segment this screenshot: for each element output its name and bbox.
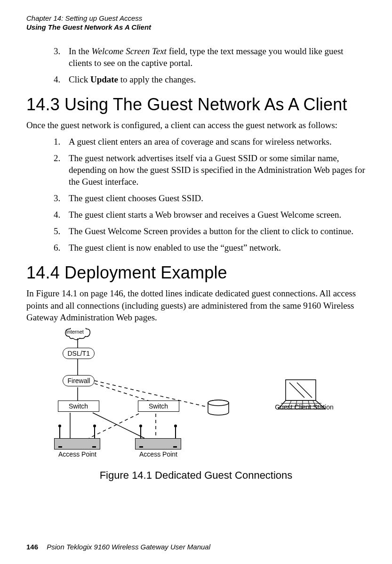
list-item: 5. The Guest Welcome Screen provides a b…	[54, 225, 366, 237]
svg-line-5	[95, 384, 154, 402]
section-heading-14-3: 14.3 Using The Guest Network As A Client	[26, 95, 366, 114]
manual-title: Psion Teklogix 9160 Wireless Gateway Use…	[47, 543, 210, 551]
step-text: The guest network advertises itself via …	[69, 152, 366, 188]
step-number: 3.	[54, 45, 69, 69]
list-item: 3. The guest client chooses Guest SSID.	[54, 192, 366, 204]
diagram-dsl-box: DSL/T1	[63, 348, 95, 359]
page-number: 146	[26, 543, 38, 551]
guest-steps-list: 1. A guest client enters an area of cove…	[54, 136, 366, 254]
top-steps-list: 3. In the Welcome Screen Text field, typ…	[54, 45, 366, 85]
diagram-firewall-box: Firewall	[63, 375, 95, 386]
diagram-guest-label: Guest Client Station	[267, 403, 342, 411]
list-item: 6. The guest client is now enabled to us…	[54, 242, 366, 253]
step-number: 4.	[54, 74, 69, 85]
deployment-diagram: Internet DSL/T1 Firewall Switch Switch A…	[46, 328, 347, 465]
list-item: 4. Click Update to apply the changes.	[54, 74, 366, 85]
step-number: 1.	[54, 136, 69, 147]
access-point-icon	[135, 438, 181, 450]
step-text: The guest client chooses Guest SSID.	[69, 192, 366, 204]
diagram-switch-box: Switch	[138, 401, 179, 412]
step-number: 3.	[54, 192, 69, 204]
section-heading-14-4: 14.4 Deployment Example	[26, 263, 366, 283]
svg-point-10	[208, 400, 229, 406]
running-header: Chapter 14: Setting up Guest Access Usin…	[26, 14, 366, 32]
header-chapter: Chapter 14: Setting up Guest Access	[26, 14, 366, 23]
step-text: Click Update to apply the changes.	[69, 74, 366, 85]
step-number: 6.	[54, 242, 69, 253]
access-point-icon	[54, 438, 100, 450]
step-text: The guest client starts a Web browser an…	[69, 209, 366, 221]
diagram-internet-label: Internet	[66, 329, 84, 335]
svg-line-8	[89, 414, 139, 438]
step-text: A guest client enters an area of coverag…	[69, 136, 366, 147]
step-text: The guest client is now enabled to use t…	[69, 242, 366, 253]
step-number: 5.	[54, 225, 69, 237]
list-item: 1. A guest client enters an area of cove…	[54, 136, 366, 147]
step-number: 4.	[54, 209, 69, 221]
section-para: In Figure 14.1 on page 146, the dotted l…	[26, 287, 366, 323]
page-footer: 146 Psion Teklogix 9160 Wireless Gateway…	[26, 543, 210, 551]
list-item: 3. In the Welcome Screen Text field, typ…	[54, 45, 366, 69]
section-intro: Once the guest network is configured, a …	[26, 119, 366, 131]
step-text: In the Welcome Screen Text field, type t…	[69, 45, 366, 69]
svg-line-4	[93, 413, 144, 438]
diagram-ap-label: Access Point	[54, 450, 101, 458]
diagram-ap-label: Access Point	[135, 450, 182, 458]
figure-caption: Figure 14.1 Dedicated Guest Connections	[26, 469, 366, 482]
step-number: 2.	[54, 152, 69, 188]
diagram-switch-box: Switch	[58, 401, 99, 412]
list-item: 2. The guest network advertises itself v…	[54, 152, 366, 188]
list-item: 4. The guest client starts a Web browser…	[54, 209, 366, 221]
step-text: The Guest Welcome Screen provides a butt…	[69, 225, 366, 237]
header-section: Using The Guest Network As A Client	[26, 23, 366, 32]
